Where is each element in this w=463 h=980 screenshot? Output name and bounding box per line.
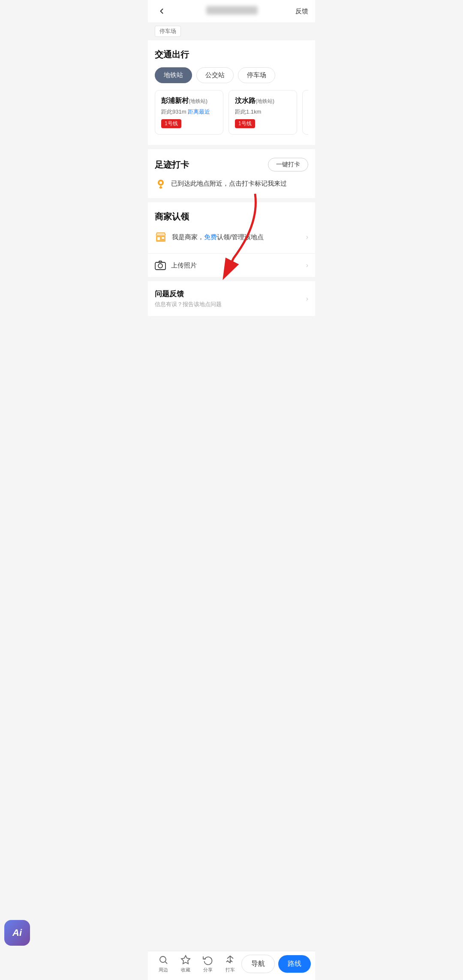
station-name-1: 汶水路(地铁站) bbox=[235, 96, 291, 105]
nearby-icon bbox=[158, 955, 168, 965]
camera-icon bbox=[155, 260, 166, 271]
feedback-title: 问题反馈 bbox=[155, 289, 222, 299]
checkin-button[interactable]: 一键打卡 bbox=[268, 158, 308, 171]
nav-share[interactable]: 分享 bbox=[197, 955, 219, 973]
nav-taxi[interactable]: 打车 bbox=[219, 955, 241, 973]
tab-bus[interactable]: 公交站 bbox=[196, 67, 234, 83]
station-dist-0: 距此931m 距离最近 bbox=[161, 108, 217, 116]
claim-store-icon bbox=[155, 231, 167, 243]
feedback-subtitle: 信息有误？报告该地点问题 bbox=[155, 301, 222, 308]
feedback-content: 问题反馈 信息有误？报告该地点问题 bbox=[155, 289, 222, 308]
station-name-0: 彭浦新村(地铁站) bbox=[161, 96, 217, 105]
transport-title: 交通出行 bbox=[155, 49, 308, 60]
svg-rect-3 bbox=[157, 237, 160, 240]
feedback-button[interactable]: 反馈 bbox=[295, 7, 308, 15]
transport-tabs: 地铁站 公交站 停车场 bbox=[155, 67, 308, 83]
svg-rect-4 bbox=[162, 237, 164, 239]
line-badge-0: 1号线 bbox=[161, 119, 181, 128]
nav-taxi-label: 打车 bbox=[225, 967, 235, 973]
feedback-section[interactable]: 问题反馈 信息有误？报告该地点问题 › bbox=[148, 281, 315, 316]
nav-share-label: 分享 bbox=[203, 967, 213, 973]
nav-nearby[interactable]: 周边 bbox=[152, 955, 174, 973]
station-dist-1: 距此1.1km bbox=[235, 108, 291, 116]
claim-upload-container: 商家认领 我是商家，免费认领/管理该地点 › 上传 bbox=[148, 202, 315, 277]
page-title bbox=[168, 6, 295, 17]
checkin-section: 足迹打卡 一键打卡 已到达此地点附近，点击打卡标记我来过 bbox=[148, 149, 315, 198]
checkin-header: 足迹打卡 一键打卡 bbox=[155, 158, 308, 171]
claim-section: 商家认领 我是商家，免费认领/管理该地点 › bbox=[148, 202, 315, 254]
feedback-chevron-icon: › bbox=[306, 295, 308, 303]
station-card-2[interactable]: 共康 距此2... 1号线 bbox=[302, 90, 308, 135]
nav-nearby-label: 周边 bbox=[159, 967, 168, 973]
upload-text: 上传照片 bbox=[171, 262, 301, 270]
navigate-button[interactable]: 导航 bbox=[241, 955, 275, 973]
svg-point-6 bbox=[158, 264, 162, 268]
share-icon bbox=[203, 955, 213, 965]
star-icon bbox=[180, 955, 191, 965]
route-button[interactable]: 路线 bbox=[278, 955, 311, 973]
parking-tag: 停车场 bbox=[155, 26, 181, 37]
back-button[interactable] bbox=[155, 4, 168, 18]
claim-title: 商家认领 bbox=[155, 211, 308, 222]
claim-text: 我是商家，免费认领/管理该地点 bbox=[172, 233, 301, 241]
claim-chevron-icon: › bbox=[306, 233, 308, 241]
bottom-nav: 周边 收藏 分享 打车 导航 路线 bbox=[148, 951, 315, 980]
checkin-title: 足迹打卡 bbox=[155, 159, 189, 171]
claim-row[interactable]: 我是商家，免费认领/管理该地点 › bbox=[155, 229, 308, 245]
transport-section: 交通出行 地铁站 公交站 停车场 彭浦新村(地铁站) 距此931m 距离最近 1… bbox=[148, 40, 315, 145]
location-pin-icon bbox=[155, 177, 167, 189]
upload-chevron-icon: › bbox=[306, 262, 308, 269]
header: 反馈 bbox=[148, 0, 315, 22]
checkin-text: 已到达此地点附近，点击打卡标记我来过 bbox=[171, 180, 287, 188]
svg-point-1 bbox=[159, 181, 162, 184]
station-list: 彭浦新村(地铁站) 距此931m 距离最近 1号线 汶水路(地铁站) 距此1.1… bbox=[155, 90, 308, 136]
nav-favorite[interactable]: 收藏 bbox=[174, 955, 197, 973]
line-badge-1: 1号线 bbox=[235, 119, 255, 128]
tab-parking[interactable]: 停车场 bbox=[238, 67, 275, 83]
station-card-1[interactable]: 汶水路(地铁站) 距此1.1km 1号线 bbox=[228, 90, 297, 135]
upload-section[interactable]: 上传照片 › bbox=[148, 254, 315, 277]
svg-line-9 bbox=[165, 962, 168, 964]
svg-marker-10 bbox=[181, 956, 190, 964]
svg-point-8 bbox=[160, 956, 166, 962]
tab-metro[interactable]: 地铁站 bbox=[155, 67, 192, 83]
checkin-info: 已到达此地点附近，点击打卡标记我来过 bbox=[155, 177, 308, 189]
nav-favorite-label: 收藏 bbox=[181, 967, 190, 973]
punch-icon bbox=[225, 955, 235, 965]
station-card-0[interactable]: 彭浦新村(地铁站) 距此931m 距离最近 1号线 bbox=[155, 90, 223, 135]
tag-bar: 停车场 bbox=[148, 22, 315, 40]
